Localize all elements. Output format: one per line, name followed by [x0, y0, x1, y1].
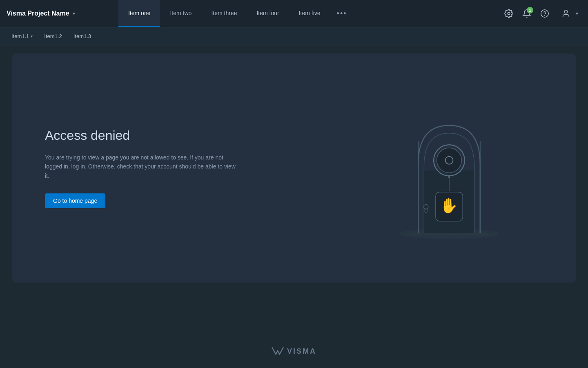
nav-item-four[interactable]: Item four — [247, 0, 289, 27]
brand-name: Visma Project Name — [7, 10, 69, 17]
footer: VISMA — [0, 347, 588, 356]
error-illustration: ✋ — [322, 78, 576, 258]
nav-item-five[interactable]: Item five — [289, 0, 330, 27]
subnav-item-1-1[interactable]: Item1.1 ▾ — [7, 31, 38, 42]
error-card: Access denied You are trying to view a p… — [12, 54, 576, 283]
svg-point-10 — [448, 176, 450, 178]
nav-item-three[interactable]: Item three — [201, 0, 247, 27]
access-denied-illustration: ✋ — [384, 94, 514, 242]
subnav-item-1-3[interactable]: Item1.3 — [69, 31, 96, 42]
nav-more-button[interactable]: ••• — [330, 0, 354, 27]
nav-item-two[interactable]: Item two — [160, 0, 201, 27]
nav-item-one[interactable]: Item one — [118, 0, 160, 27]
nav-items: Item one Item two Item three Item four I… — [118, 0, 494, 27]
error-title: Access denied — [45, 128, 290, 143]
brand-area[interactable]: Visma Project Name ▾ — [0, 10, 118, 17]
help-icon — [540, 9, 549, 18]
error-content-left: Access denied You are trying to view a p… — [12, 103, 322, 233]
user-menu[interactable]: ▾ — [555, 5, 581, 22]
svg-rect-17 — [410, 233, 488, 236]
top-navigation: Visma Project Name ▾ Item one Item two I… — [0, 0, 588, 27]
visma-logo: VISMA — [272, 347, 316, 356]
subnav-chevron-icon: ▾ — [31, 34, 33, 38]
gear-icon — [504, 9, 513, 18]
notification-badge: 1 — [527, 7, 533, 13]
svg-point-0 — [508, 12, 510, 15]
sub-navigation: Item1.1 ▾ Item1.2 Item1.3 — [0, 27, 588, 45]
subnav-item-1-2[interactable]: Item1.2 — [39, 31, 67, 42]
svg-point-7 — [437, 148, 461, 173]
user-avatar — [558, 5, 574, 22]
visma-logo-text: VISMA — [287, 347, 316, 356]
user-icon — [561, 9, 570, 18]
nav-right-actions: 1 ▾ — [494, 5, 588, 22]
svg-point-1 — [541, 10, 548, 17]
notifications-button[interactable]: 1 — [519, 5, 535, 22]
brand-chevron-icon: ▾ — [73, 11, 75, 16]
help-button[interactable] — [537, 5, 553, 22]
visma-logo-icon — [272, 347, 284, 356]
user-menu-chevron-icon: ▾ — [576, 11, 578, 16]
go-to-home-button[interactable]: Go to home page — [45, 193, 105, 208]
error-description: You are trying to view a page you are no… — [45, 153, 241, 180]
main-content: Access denied You are trying to view a p… — [0, 45, 588, 291]
svg-point-3 — [564, 10, 567, 13]
settings-button[interactable] — [501, 5, 517, 22]
svg-text:✋: ✋ — [440, 197, 458, 214]
